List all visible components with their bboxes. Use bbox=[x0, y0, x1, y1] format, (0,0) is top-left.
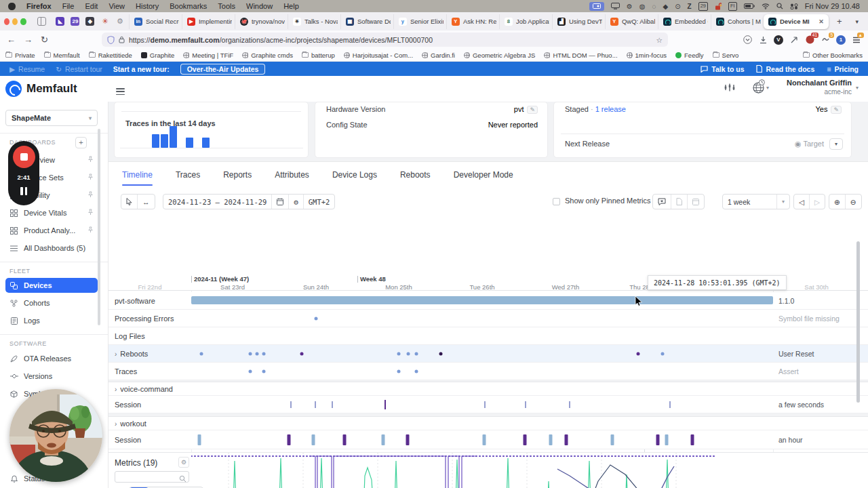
reload-button[interactable]: ↻ bbox=[41, 35, 48, 45]
sidebar-item-versions[interactable]: Versions bbox=[5, 369, 98, 384]
other-bookmarks[interactable]: Other Bookmarks bbox=[803, 52, 863, 59]
tab-timeline[interactable]: Timeline bbox=[122, 170, 153, 186]
bar-event-mark[interactable] bbox=[549, 434, 553, 445]
pin-icon[interactable] bbox=[87, 174, 94, 182]
adblock-icon[interactable]: 41 bbox=[805, 35, 814, 45]
tab-implementing[interactable]: ▶Implementin bbox=[182, 14, 232, 29]
bar-event-mark[interactable] bbox=[565, 434, 568, 445]
annotations-icon[interactable] bbox=[653, 195, 671, 209]
pinned-tab-dark-app[interactable]: ◆ bbox=[84, 15, 96, 28]
prev-range-button[interactable]: ◁ bbox=[794, 195, 809, 209]
bookmark-item[interactable]: Graphite bbox=[141, 52, 174, 59]
expand-chevron-icon[interactable]: › bbox=[115, 350, 117, 358]
zoom-out-icon[interactable]: ⊖ bbox=[845, 195, 861, 209]
tick-event-mark[interactable] bbox=[315, 401, 316, 408]
pin-icon[interactable] bbox=[87, 156, 94, 164]
tab-ask-hn[interactable]: YAsk HN: Rec bbox=[446, 14, 496, 29]
date-range-control[interactable]: 2024-11-23 – 2024-11-29 ⚙ GMT+2 bbox=[163, 194, 335, 209]
sidebar-item-device-vitals[interactable]: Device Vitals bbox=[5, 205, 98, 220]
bookmark-item[interactable]: Servo bbox=[713, 52, 739, 59]
dot-event-mark[interactable] bbox=[397, 352, 401, 355]
pinned-tab-loading[interactable]: ✳ bbox=[99, 15, 111, 28]
sidebar-item-logs[interactable]: Logs bbox=[5, 313, 98, 328]
pinned-tab-settings[interactable]: ⚙ bbox=[114, 15, 126, 28]
pin-icon[interactable] bbox=[87, 226, 94, 235]
timezone-button[interactable]: GMT+2 bbox=[303, 195, 335, 209]
date-range-text[interactable]: 2024-11-23 – 2024-11-29 bbox=[163, 195, 271, 209]
resume-tour-button[interactable]: ▶Resume bbox=[9, 65, 45, 73]
apple-menu-icon[interactable] bbox=[8, 3, 16, 10]
onepassword-icon[interactable]: 1 bbox=[836, 35, 846, 45]
lock-icon[interactable] bbox=[119, 36, 125, 43]
row-plot[interactable] bbox=[191, 430, 773, 449]
tab-talks-nova[interactable]: ✳Talks - Nova bbox=[288, 14, 338, 29]
add-dashboard-button[interactable]: + bbox=[75, 137, 87, 148]
dot-event-mark[interactable] bbox=[439, 352, 443, 355]
metric-charts-icon[interactable] bbox=[724, 83, 735, 92]
pocket-icon[interactable] bbox=[743, 35, 752, 45]
tab-reboots[interactable]: Reboots bbox=[400, 170, 431, 186]
tick-event-mark[interactable] bbox=[384, 400, 386, 409]
bookmark-item[interactable]: batterup bbox=[302, 52, 335, 59]
tab-trynova[interactable]: 🐙trynova/nova bbox=[235, 14, 285, 29]
group-workout[interactable]: ›workout bbox=[108, 416, 868, 430]
cursor-mode-icon[interactable] bbox=[121, 195, 137, 209]
sidebar-item-devices[interactable]: Devices bbox=[5, 278, 98, 293]
dot-event-mark[interactable] bbox=[415, 352, 418, 355]
dot-event-mark[interactable] bbox=[249, 352, 252, 355]
tab-device-logs[interactable]: Device Logs bbox=[332, 170, 377, 186]
sidebar-item-all-dashboards[interactable]: All Dashboards (5) bbox=[5, 241, 98, 256]
menubar-clock[interactable]: Fri Nov 29 10.48 bbox=[805, 2, 860, 10]
row-plot[interactable] bbox=[191, 396, 773, 413]
bar-event-mark[interactable] bbox=[656, 434, 660, 445]
tick-event-mark[interactable] bbox=[525, 401, 526, 408]
tab-traces[interactable]: Traces bbox=[176, 170, 200, 186]
spotlight-search-icon[interactable] bbox=[776, 2, 783, 11]
group-voice-command[interactable]: ›voice-command bbox=[108, 382, 868, 396]
export-file-icon[interactable] bbox=[671, 195, 687, 209]
menu-tools[interactable]: Tools bbox=[218, 2, 235, 10]
timezone-globe-control[interactable]: ▾ bbox=[753, 82, 769, 94]
display-icon[interactable] bbox=[611, 2, 620, 11]
app-menu-icon[interactable]: ▲ bbox=[852, 35, 861, 45]
window-close-button[interactable] bbox=[4, 18, 9, 25]
zoom-in-icon[interactable]: ⊕ bbox=[829, 195, 845, 209]
sidebar-collapse-icon[interactable] bbox=[116, 88, 125, 95]
tab-developer-mode[interactable]: Developer Mode bbox=[454, 170, 513, 186]
metrics-search-input[interactable] bbox=[115, 471, 189, 483]
bookmark-item[interactable]: HTML DOM — Phuo... bbox=[544, 52, 617, 59]
tab-using-devto[interactable]: ▟Using DevTo bbox=[552, 14, 602, 29]
next-range-button[interactable]: ▷ bbox=[809, 195, 825, 209]
settings-gear-icon[interactable]: ⚙ bbox=[627, 2, 633, 11]
tab-embedded[interactable]: Embedded C bbox=[658, 14, 708, 29]
bar-event-mark[interactable] bbox=[691, 434, 694, 445]
sidebar-item-ota-releases[interactable]: OTA Releases bbox=[5, 351, 98, 366]
bar-event-mark[interactable] bbox=[382, 434, 385, 445]
shield-icon[interactable] bbox=[107, 36, 115, 44]
wappalyzer-icon[interactable]: 5 bbox=[821, 35, 830, 45]
bookmark-item[interactable]: Geometric Algebra JS bbox=[464, 52, 535, 59]
dot-event-mark[interactable] bbox=[262, 352, 266, 355]
staged-release-link[interactable]: 1 release bbox=[595, 105, 626, 113]
project-selector[interactable]: ShapeMate▾ bbox=[5, 110, 98, 126]
zoom-range-select[interactable]: 1 week ▾ bbox=[722, 194, 790, 209]
row-plot[interactable] bbox=[191, 363, 773, 380]
tick-event-mark[interactable] bbox=[290, 401, 292, 408]
pinned-tab-calendar[interactable]: 29 bbox=[69, 15, 81, 28]
tab-social[interactable]: inSocial Recru bbox=[129, 14, 179, 29]
bar-event-mark[interactable] bbox=[288, 434, 291, 445]
menu-firefox[interactable]: Firefox bbox=[26, 2, 52, 10]
restart-tour-button[interactable]: ↻Restart tour bbox=[56, 65, 102, 73]
bookmark-item[interactable]: Graphite cmds bbox=[242, 52, 293, 59]
bar-event-mark[interactable] bbox=[611, 434, 614, 445]
dot-event-mark[interactable] bbox=[661, 352, 665, 355]
sidebar-item-product-analytics[interactable]: Product Analy... bbox=[5, 223, 98, 238]
tick-event-mark[interactable] bbox=[569, 401, 570, 408]
forward-button[interactable]: → bbox=[24, 35, 33, 45]
back-button[interactable]: ← bbox=[7, 35, 16, 45]
tick-event-mark[interactable] bbox=[669, 401, 671, 408]
dot-event-mark[interactable] bbox=[249, 369, 252, 373]
vimium-icon[interactable]: V bbox=[774, 35, 783, 45]
dot-event-mark[interactable] bbox=[300, 352, 304, 355]
dot-event-mark[interactable] bbox=[637, 352, 640, 355]
